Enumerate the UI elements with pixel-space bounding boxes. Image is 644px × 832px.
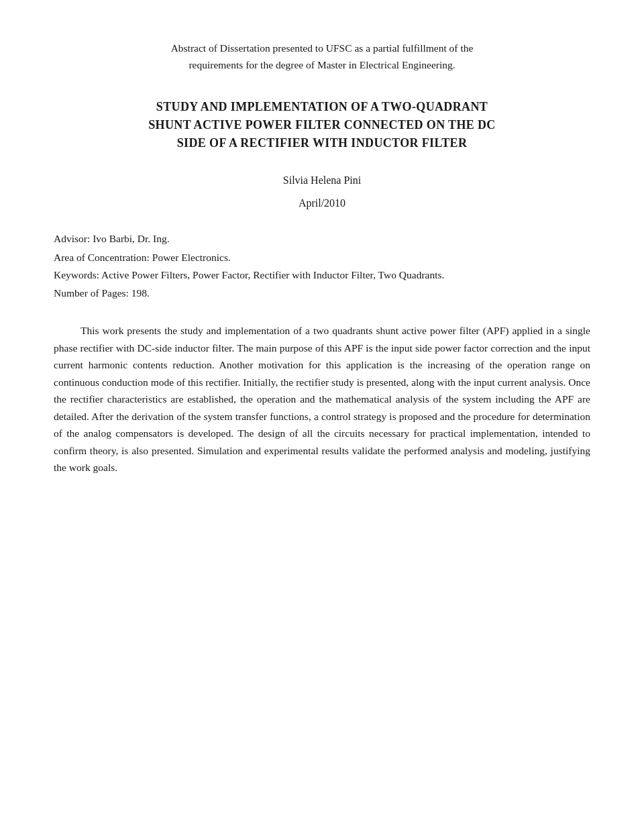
abstract-paragraph: This work presents the study and impleme… — [54, 322, 590, 476]
dissertation-title: STUDY AND IMPLEMENTATION OF A TWO-QUADRA… — [54, 98, 590, 152]
author-name: Silvia Helena Pini — [54, 172, 590, 189]
abstract-header: Abstract of Dissertation presented to UF… — [54, 40, 590, 74]
advisor-info: Advisor: Ivo Barbi, Dr. Ing. — [54, 230, 590, 248]
title-line3: SIDE OF A RECTIFIER WITH INDUCTOR FILTER — [177, 136, 468, 150]
keywords: Keywords: Active Power Filters, Power Fa… — [54, 266, 590, 284]
title-line1: STUDY AND IMPLEMENTATION OF A TWO-QUADRA… — [156, 100, 488, 113]
area-of-concentration: Area of Concentration: Power Electronics… — [54, 249, 590, 266]
abstract-body: This work presents the study and impleme… — [54, 322, 590, 476]
publication-date: April/2010 — [54, 195, 590, 211]
abstract-header-line2: requirements for the degree of Master in… — [189, 59, 455, 70]
abstract-header-line1: Abstract of Dissertation presented to UF… — [171, 42, 474, 54]
title-line2: SHUNT ACTIVE POWER FILTER CONNECTED ON T… — [148, 118, 495, 132]
meta-information: Advisor: Ivo Barbi, Dr. Ing. Area of Con… — [54, 230, 590, 302]
number-of-pages: Number of Pages: 198. — [54, 284, 590, 302]
